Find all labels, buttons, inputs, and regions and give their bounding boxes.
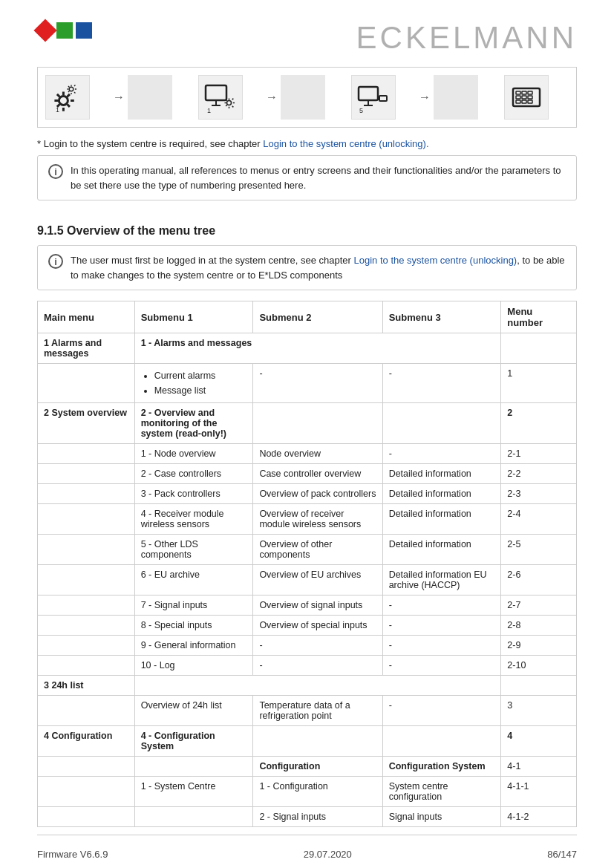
cell-sub2: Overview of special inputs (253, 616, 382, 636)
step-3: 1 (198, 75, 263, 120)
svg-rect-24 (528, 100, 532, 103)
user-info-box: i The user must first be logged in at th… (37, 245, 577, 290)
cell-menu-num (501, 333, 577, 364)
table-row: 2 System overview2 - Overview and monito… (38, 403, 577, 444)
cell-sub1: 10 - Log (134, 656, 253, 676)
svg-rect-16 (516, 91, 520, 94)
arrow-5: → (419, 91, 431, 104)
cell-sub3: Detailed information (382, 464, 501, 484)
cell-sub3: Detailed information (382, 504, 501, 535)
table-row: 1 - Node overviewNode overview-2-1 (38, 444, 577, 464)
cell-sub2: Overview of pack controllers (253, 484, 382, 504)
user-info-link[interactable]: Login to the system centre (unlocking) (354, 255, 517, 266)
svg-rect-8 (359, 87, 378, 100)
cell-main: 1 Alarms and messages (38, 333, 135, 364)
cell-main: 2 System overview (38, 403, 135, 444)
logo-square-blue (76, 22, 92, 39)
cell-sub1: 1 - Node overview (134, 444, 253, 464)
info-text: In this operating manual, all references… (71, 163, 566, 192)
svg-rect-19 (516, 96, 520, 99)
step-7 (504, 75, 569, 120)
footer-date: 29.07.2020 (304, 849, 352, 860)
cell-sub1: 1 - Alarms and messages (134, 333, 501, 364)
cell-sub2: Temperature data of a refrigeration poin… (253, 696, 382, 726)
step-1-icon: 1 (45, 75, 90, 120)
svg-text:1: 1 (56, 106, 59, 114)
cell-menu-num: 4-1-2 (501, 807, 577, 827)
step-6-icon (434, 75, 478, 120)
cell-sub1 (134, 676, 501, 696)
table-row: 2 - Signal inputsSignal inputs4-1-2 (38, 807, 577, 827)
cell-menu-num: 2-5 (501, 535, 577, 565)
cell-menu-num: 2-2 (501, 464, 577, 484)
cell-sub1: 1 - System Centre (134, 777, 253, 807)
login-link[interactable]: Login to the system centre (unlocking). (263, 138, 428, 149)
cell-menu-num: 2-6 (501, 565, 577, 595)
step-4-icon (281, 75, 325, 120)
svg-point-6 (227, 101, 232, 105)
cell-main (38, 807, 135, 827)
step-1: 1 (45, 75, 110, 120)
svg-text:5: 5 (359, 107, 363, 114)
cell-sub3: - (382, 595, 501, 616)
cell-main (38, 364, 135, 403)
user-info-icon: i (48, 254, 63, 269)
cell-sub3: - (382, 656, 501, 676)
svg-rect-11 (379, 96, 387, 101)
footer-page: 86/147 (547, 849, 577, 860)
cell-sub2: Overview of signal inputs (253, 595, 382, 616)
cell-menu-num: 2-9 (501, 636, 577, 656)
step-4 (281, 75, 345, 120)
cell-menu-num: 2 (501, 403, 577, 444)
svg-point-1 (59, 96, 68, 105)
cell-sub3: Signal inputs (382, 807, 501, 827)
cell-main (38, 464, 135, 484)
info-box: i In this operating manual, all referenc… (37, 155, 577, 200)
cell-sub1 (134, 807, 253, 827)
cell-sub3 (382, 726, 501, 757)
svg-rect-3 (206, 85, 226, 100)
steps-row: 1 → (37, 67, 577, 128)
cell-sub3: - (382, 444, 501, 464)
cell-main (38, 696, 135, 726)
section-heading: 9.1.5 Overview of the menu tree (37, 224, 577, 238)
logo-square-green (56, 22, 73, 39)
svg-rect-17 (522, 91, 526, 94)
arrow-1: → (113, 91, 125, 104)
cell-sub1: Overview of 24h list (134, 696, 253, 726)
cell-sub1: 7 - Signal inputs (134, 595, 253, 616)
cell-sub2: 1 - Configuration (253, 777, 382, 807)
firmware-version: Firmware V6.6.9 (37, 849, 108, 860)
cell-main (38, 484, 135, 504)
step-7-icon (504, 75, 549, 120)
cell-menu-num: 1 (501, 364, 577, 403)
table-row: ConfigurationConfiguration System4-1 (38, 757, 577, 777)
cell-menu-num: 2-10 (501, 656, 577, 676)
cell-sub2: - (253, 364, 382, 403)
cell-sub3: Configuration System (382, 757, 501, 777)
cell-sub1: 2 - Case controllers (134, 464, 253, 484)
cell-main: 4 Configuration (38, 726, 135, 757)
table-row: 4 Configuration4 - Configuration System4 (38, 726, 577, 757)
cell-sub3: System centre configuration (382, 777, 501, 807)
cell-main (38, 777, 135, 807)
cell-sub3: Detailed information EU archive (HACCP) (382, 565, 501, 595)
footer: Firmware V6.6.9 29.07.2020 86/147 (37, 835, 577, 860)
cell-main (38, 504, 135, 535)
col-header-menu-num: Menu number (501, 301, 577, 333)
cell-sub3: - (382, 616, 501, 636)
table-row: 3 - Pack controllersOverview of pack con… (38, 484, 577, 504)
table-row: 7 - Signal inputsOverview of signal inpu… (38, 595, 577, 616)
step-2-icon (128, 75, 172, 120)
table-row: 2 - Case controllersCase controller over… (38, 464, 577, 484)
table-row: 3 24h list (38, 676, 577, 696)
svg-rect-20 (522, 96, 526, 99)
col-header-sub1: Submenu 1 (134, 301, 253, 333)
svg-rect-22 (516, 100, 520, 103)
header: ECKELMANN (37, 22, 577, 53)
svg-rect-18 (528, 91, 532, 94)
arrow-3: → (266, 91, 278, 104)
cell-sub2: 2 - Signal inputs (253, 807, 382, 827)
cell-main (38, 444, 135, 464)
table-row: 6 - EU archiveOverview of EU archivesDet… (38, 565, 577, 595)
